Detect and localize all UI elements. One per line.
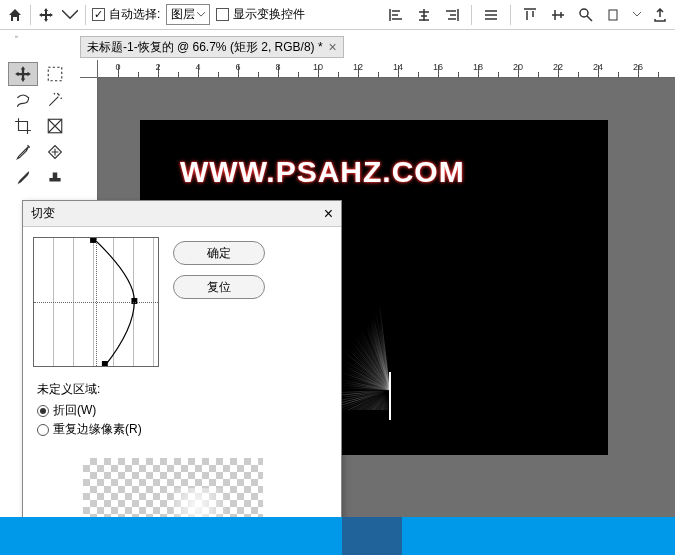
repeat-label: 重复边缘像素(R) [53,421,142,438]
ruler-label: 24 [593,62,603,72]
canvas-text-layer: WWW.PSAHZ.COM [180,155,465,189]
document-tab[interactable]: 未标题-1-恢复的 @ 66.7% (矩形 2, RGB/8) * × [80,36,344,58]
horizontal-ruler: 02468101214161820222426 [98,60,675,78]
curve-icon [34,238,158,366]
undefined-area-section: 未定义区域: 折回(W) 重复边缘像素(R) [23,377,341,444]
top-toolbar: 自动选择: 图层 显示变换控件 [0,0,675,30]
taskbar-segment [342,517,402,555]
auto-select-checkbox[interactable]: 自动选择: [92,6,160,23]
tools-panel [6,60,72,192]
show-transform-label: 显示变换控件 [233,6,305,23]
ok-label: 确定 [207,245,231,262]
toolbox-drag-handle[interactable]: » [6,34,28,44]
ruler-label: 14 [393,62,403,72]
dropdown-chevron[interactable] [61,6,79,24]
share-icon[interactable] [651,6,669,24]
marquee-tool[interactable] [40,62,70,86]
ruler-label: 18 [473,62,483,72]
ruler-label: 20 [513,62,523,72]
checkbox-icon [92,8,105,21]
svg-point-0 [580,9,588,17]
radio-icon [37,405,49,417]
align-top-icon[interactable] [521,6,539,24]
align-right-icon[interactable] [443,6,461,24]
dialog-titlebar[interactable]: 切变 × [23,201,341,227]
ruler-label: 22 [553,62,563,72]
stamp-tool[interactable] [40,166,70,190]
burst-shape [340,230,440,410]
separator [471,5,472,25]
checkbox-icon [216,8,229,21]
align-left-icon[interactable] [387,6,405,24]
ruler-label: 26 [633,62,643,72]
undefined-area-title: 未定义区域: [37,381,327,398]
brush-tool[interactable] [8,166,38,190]
chevron-down-icon[interactable] [633,12,641,17]
separator [510,5,511,25]
healing-tool[interactable] [40,140,70,164]
svg-rect-96 [131,298,137,304]
ruler-corner [80,60,98,78]
move-tool-icon[interactable] [37,6,55,24]
ruler-label: 8 [275,62,280,72]
stem-shape [389,372,391,420]
shear-curve-editor[interactable] [33,237,159,367]
svg-rect-2 [48,67,62,81]
svg-rect-97 [102,361,108,366]
align-middle-icon[interactable] [549,6,567,24]
chevron-down-icon [197,12,205,17]
ruler-label: 6 [235,62,240,72]
lasso-tool[interactable] [8,88,38,112]
ruler-label: 0 [115,62,120,72]
close-icon[interactable]: × [324,205,333,223]
crop-tool[interactable] [8,114,38,138]
repeat-radio[interactable]: 重复边缘像素(R) [37,421,327,438]
tab-title: 未标题-1-恢复的 @ 66.7% (矩形 2, RGB/8) * [87,39,323,56]
wrap-label: 折回(W) [53,402,96,419]
auto-select-label: 自动选择: [109,6,160,23]
eyedropper-tool[interactable] [8,140,38,164]
svg-rect-95 [90,238,96,243]
separator [30,5,31,25]
dialog-title-text: 切变 [31,205,55,222]
layer-dropdown[interactable]: 图层 [166,4,210,25]
home-icon[interactable] [6,6,24,24]
ruler-label: 4 [195,62,200,72]
frame-tool[interactable] [40,114,70,138]
shear-dialog: 切变 × 确定 复位 未定义区域: 折回(W) 重复边缘像素(R) [22,200,342,553]
3d-mode-icon[interactable] [605,6,623,24]
zoom-icon[interactable] [577,6,595,24]
reset-label: 复位 [207,279,231,296]
layer-dropdown-label: 图层 [171,6,195,23]
bottom-taskbar [0,517,675,555]
radio-icon [37,424,49,436]
ok-button[interactable]: 确定 [173,241,265,265]
ruler-label: 16 [433,62,443,72]
separator [85,5,86,25]
svg-rect-1 [609,10,617,20]
show-transform-checkbox[interactable]: 显示变换控件 [216,6,305,23]
align-center-icon[interactable] [415,6,433,24]
distribute-icon[interactable] [482,6,500,24]
move-tool[interactable] [8,62,38,86]
tab-close-icon[interactable]: × [329,39,337,55]
ruler-label: 12 [353,62,363,72]
ruler-label: 2 [155,62,160,72]
magic-wand-tool[interactable] [40,88,70,112]
reset-button[interactable]: 复位 [173,275,265,299]
ruler-label: 10 [313,62,323,72]
wrap-radio[interactable]: 折回(W) [37,402,327,419]
